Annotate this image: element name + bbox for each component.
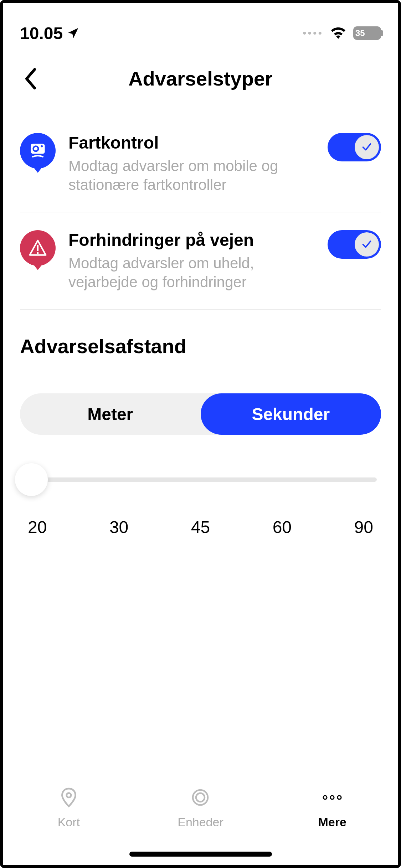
map-pin-icon [60,787,77,808]
tab-label: Kort [58,815,80,829]
status-bar: 10.05 •••• 35 [3,3,398,53]
status-left: 10.05 [20,24,80,43]
toggle-obstacles[interactable] [328,230,381,259]
svg-point-6 [193,790,208,805]
segment-control-distance-unit: Meter Sekunder [20,393,381,435]
distance-slider-container: 20 30 45 60 90 [3,435,398,537]
settings-list: Fartkontrol Modtag advarsler om mobile o… [3,104,398,310]
svg-point-9 [330,796,334,799]
toggle-knob [355,232,379,257]
tab-map[interactable]: Kort [33,787,104,829]
toggle-speed-control[interactable] [328,133,381,161]
tab-bar: Kort Enheder Mere [3,773,398,865]
signal-dots-icon: •••• [303,27,323,39]
devices-icon [191,787,210,808]
slider-labels: 20 30 45 60 90 [24,517,377,537]
setting-obstacles-desc: Modtag advarsler om uheld, vejarbejde og… [68,254,315,291]
svg-point-7 [196,793,205,802]
segment-meter[interactable]: Meter [20,393,201,435]
back-button[interactable] [20,68,41,89]
setting-speed-title: Fartkontrol [68,133,315,153]
slider-tick: 45 [191,517,210,537]
status-right: •••• 35 [303,26,381,40]
check-icon [361,239,372,250]
slider-tick: 90 [354,517,373,537]
slider-tick: 60 [273,517,292,537]
slider-tick: 20 [28,517,47,537]
status-time: 10.05 [20,24,63,43]
svg-point-4 [37,252,38,254]
slider-thumb[interactable] [15,463,48,496]
distance-title: Advarselsafstand [3,310,398,376]
toggle-knob [355,135,379,159]
setting-obstacles-text: Forhindringer på vejen Modtag advarsler … [68,230,315,291]
tab-label: Enheder [178,815,223,829]
wifi-icon [330,26,347,40]
battery-level: 35 [355,28,365,38]
svg-point-5 [67,793,71,797]
setting-speed-control: Fartkontrol Modtag advarsler om mobile o… [20,115,381,212]
distance-slider[interactable] [24,477,377,482]
check-icon [361,142,372,153]
tab-label: Mere [318,815,346,829]
battery-icon: 35 [353,26,381,40]
setting-obstacles-title: Forhindringer på vejen [68,230,315,250]
setting-obstacles: Forhindringer på vejen Modtag advarsler … [20,212,381,310]
location-arrow-icon [67,24,80,43]
warning-triangle-icon [20,230,56,266]
header: Advarselstyper [3,53,398,104]
setting-speed-text: Fartkontrol Modtag advarsler om mobile o… [68,133,315,194]
speed-camera-icon [20,133,56,169]
tab-more[interactable]: Mere [297,787,368,829]
tab-devices[interactable]: Enheder [165,787,236,829]
more-dots-icon [322,787,343,808]
chevron-left-icon [24,68,38,89]
setting-speed-desc: Modtag advarsler om mobile og stationære… [68,157,315,194]
slider-tick: 30 [109,517,128,537]
segment-seconds[interactable]: Sekunder [201,393,381,435]
svg-point-8 [323,796,327,799]
page-title: Advarselstyper [128,67,273,90]
svg-point-2 [41,145,43,148]
home-indicator[interactable] [129,852,272,857]
svg-point-10 [338,796,341,799]
